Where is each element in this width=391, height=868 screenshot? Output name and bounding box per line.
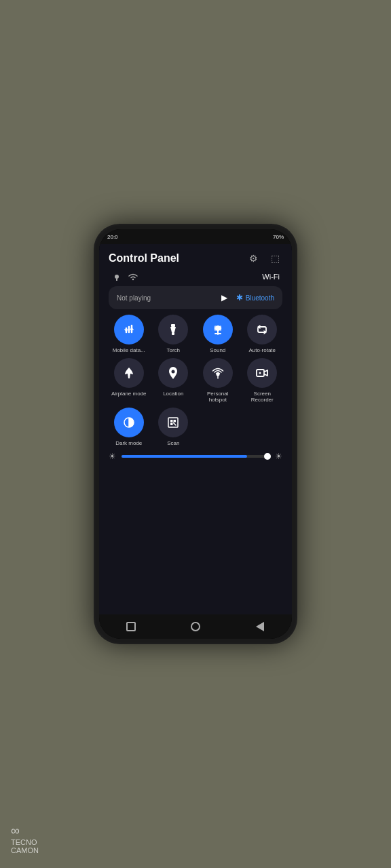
- back-icon: [256, 622, 264, 631]
- brand-watermark: ∞ TECNO CAMON: [11, 824, 39, 854]
- personal-hotspot-label: Personal hotspot: [198, 391, 238, 403]
- settings-icon[interactable]: ⚙: [246, 251, 261, 266]
- bluetooth-area[interactable]: ✱ Bluetooth: [236, 293, 274, 302]
- sound-svg: [210, 322, 225, 337]
- wifi-icon[interactable]: [126, 272, 140, 281]
- screen-recorder-svg: [255, 366, 269, 380]
- sound-icon: [203, 315, 233, 344]
- status-left: 20:0: [107, 234, 118, 240]
- personal-hotspot-icon: [203, 358, 233, 388]
- home-button[interactable]: [189, 620, 202, 633]
- control-panel-header: Control Panel ⚙ ⬚: [109, 251, 282, 266]
- location-label: Location: [163, 391, 183, 397]
- airplane-svg: [122, 366, 136, 380]
- tile-auto-rotate[interactable]: Auto-rotate: [242, 315, 283, 354]
- tile-location[interactable]: Location: [153, 358, 194, 403]
- location-svg: [166, 366, 181, 380]
- recents-icon: [126, 622, 136, 631]
- screen-recorder-icon: [247, 358, 277, 388]
- tile-scan[interactable]: Scan: [153, 408, 194, 447]
- brightness-fill: [122, 455, 247, 458]
- scan-icon: [158, 408, 188, 437]
- torch-icon: [158, 315, 188, 344]
- mobile-data-label: Mobile data...: [113, 347, 145, 354]
- wifi-row: Wi-Fi: [109, 271, 282, 282]
- media-controls: ▶ ✱ Bluetooth: [219, 292, 274, 304]
- airplane-mode-label: Airplane mode: [111, 391, 147, 397]
- svg-point-12: [259, 372, 261, 374]
- hotspot-svg: [210, 366, 225, 380]
- svg-rect-2: [171, 324, 175, 327]
- control-panel: Control Panel ⚙ ⬚: [99, 244, 292, 614]
- screen-recorder-label: Screen Recorder: [242, 391, 283, 403]
- tile-torch[interactable]: Torch: [153, 315, 194, 354]
- mobile-data-icon: [114, 315, 144, 344]
- back-button[interactable]: [253, 620, 267, 633]
- tiles-row-2: Airplane mode Location: [109, 358, 282, 403]
- brand-name: TECNO: [11, 838, 37, 846]
- auto-rotate-icon: [247, 315, 277, 344]
- auto-rotate-label: Auto-rotate: [248, 347, 276, 354]
- torch-svg: [166, 323, 180, 336]
- torch-label: Torch: [166, 347, 180, 354]
- status-right: 70%: [273, 234, 284, 240]
- svg-point-0: [115, 275, 119, 279]
- home-icon: [191, 622, 200, 631]
- dark-mode-icon: [114, 408, 144, 437]
- svg-rect-17: [170, 422, 173, 425]
- bluetooth-icon: ✱: [236, 293, 243, 302]
- svg-marker-3: [170, 327, 176, 332]
- media-player: Not playing ▶ ✱ Bluetooth: [109, 286, 282, 309]
- tile-screen-recorder[interactable]: Screen Recorder: [242, 358, 283, 403]
- status-bar: 20:0 70%: [99, 229, 292, 244]
- brightness-row: ☀ ☀: [109, 452, 282, 461]
- dark-mode-label: Dark mode: [115, 440, 142, 447]
- scan-svg: [166, 415, 181, 430]
- tile-dark-mode[interactable]: Dark mode: [109, 408, 149, 447]
- location-icon: [158, 358, 188, 388]
- bottom-nav: [99, 614, 292, 639]
- scan-label: Scan: [167, 440, 179, 447]
- svg-point-8: [172, 370, 175, 373]
- svg-rect-15: [170, 420, 173, 422]
- svg-rect-4: [172, 332, 174, 335]
- battery-indicator: 70%: [273, 234, 284, 240]
- media-status: Not playing: [117, 294, 151, 302]
- model-name: CAMON: [11, 846, 39, 854]
- wifi-label: Wi-Fi: [262, 273, 280, 281]
- phone-frame: 20:0 70% Control Panel ⚙ ⬚: [94, 224, 297, 644]
- svg-line-18: [174, 422, 176, 425]
- brightness-high-icon: ☀: [275, 452, 282, 461]
- svg-rect-16: [174, 420, 176, 422]
- tile-airplane-mode[interactable]: Airplane mode: [109, 358, 149, 403]
- status-time: 20:0: [107, 234, 118, 240]
- recents-button[interactable]: [124, 620, 138, 633]
- mobile-data-svg: [122, 322, 136, 337]
- airplane-mode-icon: [114, 358, 144, 388]
- brightness-low-icon: ☀: [109, 452, 116, 461]
- header-icons: ⚙ ⬚: [246, 251, 282, 266]
- mic-icon: [111, 271, 122, 282]
- tiles-row-1: Mobile data... Torch: [109, 315, 282, 354]
- tile-mobile-data[interactable]: Mobile data...: [109, 315, 149, 354]
- play-button[interactable]: ▶: [219, 292, 231, 304]
- brightness-track[interactable]: [122, 455, 269, 458]
- svg-rect-1: [116, 279, 117, 281]
- svg-point-6: [216, 326, 220, 331]
- wifi-icon-area: [111, 271, 140, 282]
- tile-personal-hotspot[interactable]: Personal hotspot: [198, 358, 238, 403]
- cast-icon[interactable]: ⬚: [267, 251, 282, 266]
- tile-sound[interactable]: Sound: [198, 315, 238, 354]
- page-title: Control Panel: [109, 252, 179, 264]
- brightness-thumb: [264, 453, 271, 460]
- tiles-row-3: Dark mode Scan: [109, 408, 282, 447]
- dark-mode-svg: [122, 415, 136, 430]
- sound-label: Sound: [210, 347, 225, 354]
- auto-rotate-svg: [255, 322, 269, 337]
- bluetooth-label: Bluetooth: [246, 294, 274, 302]
- phone-screen: 20:0 70% Control Panel ⚙ ⬚: [99, 229, 292, 639]
